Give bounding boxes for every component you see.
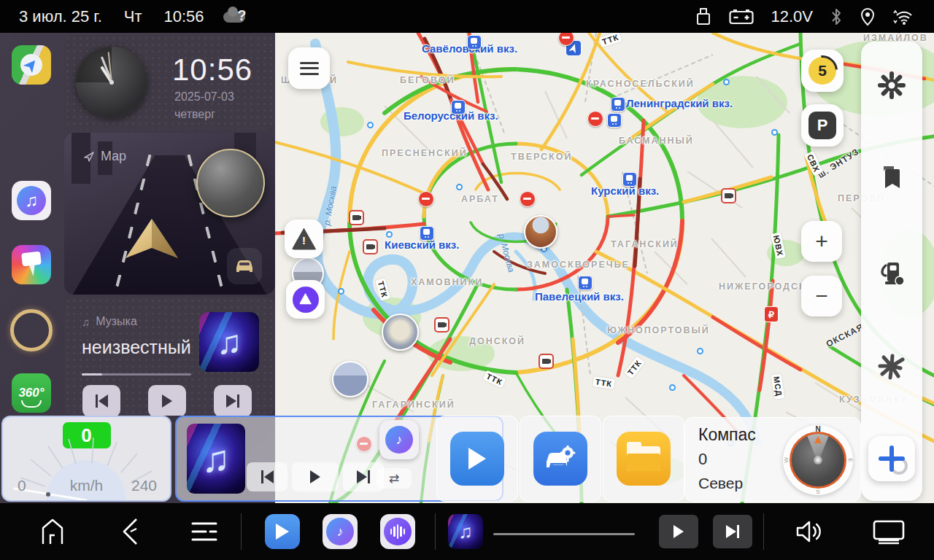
district-label: ЮЖНОПОРТОВЫЙ bbox=[607, 325, 710, 335]
hamburger-icon bbox=[300, 62, 319, 75]
next-track-button[interactable] bbox=[214, 385, 252, 416]
music-track-name: неизвестный bbox=[82, 337, 191, 358]
now-playing-thumbnail[interactable] bbox=[448, 514, 483, 549]
display-button[interactable] bbox=[870, 518, 908, 545]
music-source-icon[interactable] bbox=[379, 420, 419, 459]
compass-widget[interactable]: Компас 0 Север N S W E bbox=[684, 417, 861, 502]
no-entry-icon bbox=[418, 191, 434, 207]
map-menu-button[interactable] bbox=[288, 47, 330, 89]
media-next-button[interactable] bbox=[713, 515, 752, 548]
app-icon-music[interactable] bbox=[12, 181, 51, 220]
map-locate-button[interactable] bbox=[868, 436, 915, 481]
next-icon bbox=[226, 394, 239, 408]
zoom-in-button[interactable]: + bbox=[801, 221, 842, 262]
status-date: 3 июл. 25 г. bbox=[19, 7, 102, 26]
poi-photo-msu[interactable] bbox=[332, 361, 368, 397]
car-settings-app-card[interactable] bbox=[520, 416, 601, 502]
compass-direction: Север bbox=[698, 475, 743, 492]
starburst-icon bbox=[876, 352, 907, 383]
train-station-icon bbox=[578, 276, 593, 290]
speed-min-label: 0 bbox=[18, 477, 26, 494]
battery-icon bbox=[729, 9, 754, 25]
music-note-icon bbox=[326, 518, 354, 545]
map-widget[interactable]: Map bbox=[64, 133, 275, 295]
media-play-button[interactable] bbox=[659, 515, 698, 548]
bookmarks-button[interactable] bbox=[876, 162, 908, 194]
car-mode-button[interactable] bbox=[227, 248, 262, 284]
monitor-icon bbox=[871, 518, 906, 545]
road-alerts-button[interactable] bbox=[285, 219, 323, 258]
parking-button[interactable]: P bbox=[801, 104, 844, 147]
equalizer-app-button[interactable] bbox=[380, 514, 415, 549]
speedometer-widget[interactable]: 0 0 km/h 240 bbox=[1, 416, 171, 502]
volume-button[interactable] bbox=[792, 519, 825, 544]
fuel-button[interactable] bbox=[876, 257, 908, 289]
car-launcher-screen: Савёловский вкз. Белорусский вкз. Ленинг… bbox=[0, 0, 934, 560]
map-label-leningradsky: Ленинградский вкз. bbox=[626, 97, 733, 109]
badge-360-label: 360° bbox=[18, 386, 44, 400]
video-app-card[interactable] bbox=[436, 416, 518, 502]
play-button[interactable] bbox=[292, 462, 339, 491]
shuffle-icon: ⇄ bbox=[389, 471, 399, 486]
navigation-arrow bbox=[126, 219, 178, 260]
warning-icon bbox=[292, 228, 317, 250]
music-app-button[interactable] bbox=[323, 514, 358, 549]
map-widget-label: Map bbox=[83, 149, 126, 164]
app-icon-ring[interactable] bbox=[10, 309, 53, 351]
home-button[interactable] bbox=[38, 518, 67, 545]
train-station-icon bbox=[611, 97, 625, 112]
map-point bbox=[697, 348, 703, 354]
file-manager-app-card[interactable] bbox=[603, 416, 684, 502]
music-progress-bar[interactable] bbox=[82, 373, 191, 376]
shuffle-button[interactable]: ⇄ bbox=[377, 468, 412, 489]
usb-icon bbox=[695, 7, 711, 26]
settings-button[interactable] bbox=[876, 69, 908, 101]
play-button[interactable] bbox=[148, 385, 186, 416]
previous-track-button[interactable] bbox=[247, 462, 287, 491]
media-progress-bar[interactable] bbox=[493, 533, 635, 535]
clock-time: 10:56 bbox=[172, 52, 252, 88]
laser-button[interactable] bbox=[876, 351, 908, 384]
compass-dial: N S W E bbox=[783, 425, 853, 495]
plus-icon: + bbox=[815, 229, 828, 254]
next-icon bbox=[357, 470, 370, 483]
train-station-icon bbox=[467, 35, 482, 50]
poi-photo-kremlin[interactable] bbox=[524, 215, 557, 249]
clock-widget[interactable]: 10:56 2025-07-03 четверг bbox=[64, 35, 275, 130]
traffic-score-button[interactable]: 5 bbox=[801, 50, 844, 92]
back-button[interactable] bbox=[115, 517, 144, 546]
weather-unknown-icon: ? bbox=[223, 7, 248, 26]
train-station-icon bbox=[451, 100, 466, 114]
next-icon bbox=[726, 525, 739, 538]
play-icon bbox=[162, 394, 172, 408]
district-label: КРАСНОСЕЛЬСКИЙ bbox=[586, 79, 695, 89]
previous-track-button[interactable] bbox=[82, 385, 120, 416]
gear-icon bbox=[877, 71, 906, 100]
map-label-paveletsky: Павелецкий вкз. bbox=[535, 290, 624, 303]
music-note-icon bbox=[385, 426, 413, 454]
video-app-button[interactable] bbox=[265, 514, 300, 549]
district-label: ГАГАРИНСКИЙ bbox=[372, 400, 455, 410]
no-entry-icon bbox=[587, 111, 603, 127]
equalizer-icon bbox=[384, 518, 412, 545]
previous-icon bbox=[96, 394, 108, 408]
district-label: ПРЕСНЕНСКИЙ bbox=[382, 148, 468, 158]
map-point bbox=[456, 184, 463, 190]
train-station-icon bbox=[607, 113, 622, 128]
road-camera-icon bbox=[434, 317, 449, 332]
district-label: БЕГОВОЙ bbox=[400, 75, 455, 85]
app-icon-navigator[interactable] bbox=[12, 45, 51, 85]
play-icon bbox=[674, 525, 684, 538]
music-widget[interactable]: Музыка неизвестный bbox=[64, 298, 275, 416]
compass-degrees: 0 bbox=[698, 450, 707, 469]
poi-photo-stadium[interactable] bbox=[382, 314, 419, 351]
alisa-assistant-button[interactable] bbox=[286, 280, 325, 319]
recents-button[interactable] bbox=[188, 519, 220, 544]
car-settings-icon bbox=[533, 432, 587, 486]
app-icon-themes[interactable] bbox=[12, 245, 51, 284]
app-icon-360-view[interactable]: 360° bbox=[12, 373, 51, 413]
paint-brush-icon bbox=[21, 252, 42, 267]
zoom-out-button[interactable]: − bbox=[801, 276, 842, 316]
traffic-score-badge: 5 bbox=[808, 57, 836, 85]
map-point bbox=[386, 231, 393, 238]
